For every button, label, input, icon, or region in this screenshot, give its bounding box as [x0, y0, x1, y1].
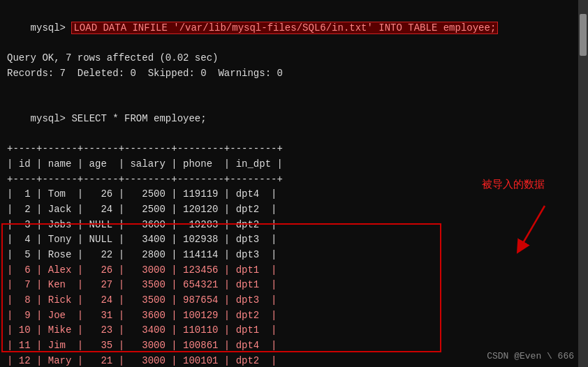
- imported-label: 被导入的数据: [482, 178, 545, 191]
- terminal: mysql> LOAD DATA INFILE '/var/lib/mysql-…: [0, 0, 588, 367]
- scrollbar-thumb[interactable]: [580, 14, 587, 56]
- table-row: | 9 | Joe | 31 | 3600 | 100129 | dpt2 |: [7, 308, 581, 324]
- table-row: | 4 | Tony | NULL | 3400 | 102938 | dpt3…: [7, 232, 581, 248]
- select-command: SELECT * FROM employee;: [71, 113, 206, 124]
- table-body: | 1 | Tom | 26 | 2500 | 119119 | dpt4 ||…: [7, 187, 581, 367]
- svg-line-0: [520, 206, 545, 248]
- watermark: CSDN @Even \ 666: [487, 351, 574, 361]
- command-line-1: mysql> LOAD DATA INFILE '/var/lib/mysql-…: [7, 6, 581, 51]
- load-command: LOAD DATA INFILE '/var/lib/mysql-files/S…: [71, 22, 498, 34]
- table-header: | id | name | age | salary | phone | in_…: [7, 157, 581, 172]
- scrollbar[interactable]: [578, 0, 588, 367]
- table-row: | 2 | Jack | 24 | 2500 | 120120 | dpt2 |: [7, 202, 581, 218]
- table-row: | 8 | Rick | 24 | 3500 | 987654 | dpt3 |: [7, 293, 581, 308]
- table-row: | 7 | Ken | 27 | 3500 | 654321 | dpt1 |: [7, 278, 581, 293]
- prompt-1: mysql>: [31, 22, 72, 33]
- arrow-annotation: [510, 202, 552, 261]
- table-row: | 6 | Alex | 26 | 3000 | 123456 | dpt1 |: [7, 263, 581, 278]
- prompt-2: mysql>: [31, 113, 72, 124]
- table-row: | 10 | Mike | 23 | 3400 | 110110 | dpt1 …: [7, 323, 581, 338]
- table-row: | 5 | Rose | 22 | 2800 | 114114 | dpt3 |: [7, 248, 581, 263]
- query-ok-line: Query OK, 7 rows affected (0.02 sec): [7, 51, 581, 66]
- records-line: Records: 7 Deleted: 0 Skipped: 0 Warning…: [7, 66, 581, 82]
- imported-data-annotation: 被导入的数据: [482, 178, 545, 191]
- arrow-icon: [510, 202, 552, 258]
- select-line: mysql> SELECT * FROM employee;: [7, 96, 581, 142]
- table-row: | 3 | Jobs | NULL | 3600 | 19283 | dpt2 …: [7, 218, 581, 233]
- table-sep-top: +----+------+------+--------+--------+--…: [7, 142, 581, 157]
- blank-line: [7, 81, 581, 96]
